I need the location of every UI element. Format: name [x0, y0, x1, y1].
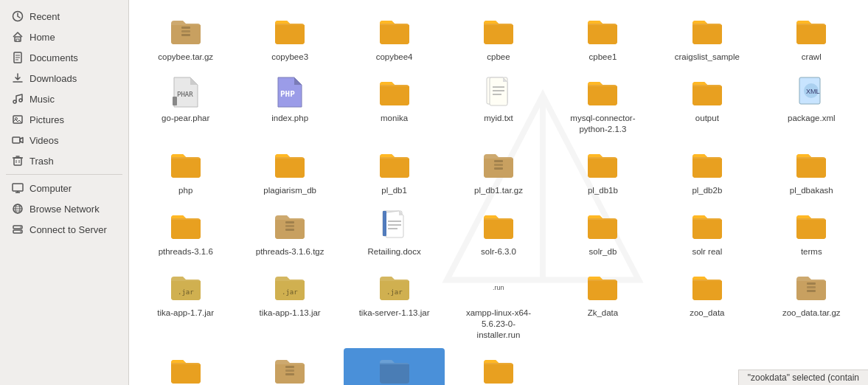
svg-text:PHP: PHP	[280, 89, 295, 99]
svg-text:PHAR: PHAR	[177, 91, 193, 98]
file-item[interactable]: solr-6.3.0	[448, 204, 549, 262]
file-name: monika	[381, 113, 408, 124]
file-item[interactable]: zookdata	[344, 348, 445, 386]
folder-icon	[168, 147, 204, 182]
file-item[interactable]: PHAR go-pear.phar	[135, 70, 236, 128]
sidebar-item-home[interactable]: Home	[3, 27, 125, 46]
file-item[interactable]: .run xampp-linux-x64-5.6.23-0-installer.…	[448, 265, 549, 345]
archive-icon	[272, 208, 308, 243]
file-item[interactable]: terms	[761, 204, 862, 262]
file-item[interactable]: output	[656, 70, 757, 128]
sidebar-item-videos[interactable]: Videos	[3, 131, 125, 150]
sidebar-item-connect-server[interactable]: Connect to Server	[3, 220, 125, 239]
svg-rect-33	[181, 34, 190, 36]
sidebar-item-music[interactable]: Music	[3, 89, 125, 108]
trash-icon	[12, 155, 24, 167]
file-item[interactable]: Retailing.docx	[344, 204, 445, 262]
sidebar-item-label: Connect to Server	[29, 224, 107, 235]
folder-icon	[272, 13, 308, 49]
videos-icon	[12, 134, 24, 146]
sidebar-item-label: Home	[29, 32, 55, 43]
file-item[interactable]: php	[135, 142, 236, 201]
file-item[interactable]: zook1.tar.gz	[239, 348, 340, 386]
file-item[interactable]: mysql-connector-python-2.1.3	[552, 70, 653, 139]
sidebar-item-trash[interactable]: Trash	[3, 151, 125, 170]
php-icon: PHP	[272, 74, 308, 110]
file-item[interactable]: pthreads-3.1.6.tgz	[239, 204, 340, 262]
file-item[interactable]: copybee.tar.gz	[135, 9, 236, 67]
svg-rect-47	[494, 164, 503, 166]
svg-rect-49	[285, 221, 294, 223]
file-item[interactable]: pthreads-3.1.6	[135, 204, 236, 262]
svg-point-8	[13, 100, 16, 103]
file-item[interactable]: .jar tika-app-1.13.jar	[239, 265, 340, 323]
sidebar-item-computer[interactable]: Computer	[3, 178, 125, 198]
archive-icon	[481, 147, 516, 182]
folder-icon	[481, 13, 516, 49]
file-item[interactable]: cpbee1	[552, 9, 653, 67]
svg-text:.jar: .jar	[386, 288, 403, 296]
folder-icon	[690, 208, 725, 243]
file-item[interactable]: plagiarism_db	[239, 142, 340, 201]
file-item[interactable]: craigslist_sample	[656, 9, 757, 67]
folder-icon	[690, 269, 725, 305]
file-item[interactable]: zookeeper	[448, 348, 549, 386]
svg-text:XML: XML	[806, 88, 820, 95]
folder-icon	[794, 13, 829, 49]
file-item[interactable]: monika	[344, 70, 445, 128]
svg-rect-32	[181, 30, 190, 32]
file-item[interactable]: pl_db1b	[552, 142, 653, 201]
file-name: plagiarism_db	[263, 185, 316, 196]
sidebar-item-documents[interactable]: Documents	[3, 48, 125, 67]
file-name: copybee3	[271, 52, 308, 63]
file-item[interactable]: crawl	[761, 9, 862, 67]
file-item[interactable]: pl_db2b	[656, 142, 757, 201]
file-name: tika-app-1.13.jar	[260, 308, 321, 319]
pictures-icon	[12, 114, 24, 125]
file-item[interactable]: .jar tika-server-1.13.jar	[344, 265, 445, 323]
home-icon	[12, 31, 24, 43]
sidebar-item-browse-network[interactable]: Browse Network	[3, 199, 125, 218]
file-item[interactable]: solr real	[656, 204, 757, 262]
network-icon	[12, 203, 24, 215]
file-item[interactable]: cpbee	[448, 9, 549, 67]
file-item[interactable]: copybee4	[344, 9, 445, 67]
file-item[interactable]: copybee3	[239, 9, 340, 67]
sidebar-item-recent[interactable]: Recent	[3, 7, 125, 26]
file-name: output	[695, 113, 719, 124]
file-item[interactable]: zoo_data	[656, 265, 757, 323]
svg-rect-67	[285, 370, 294, 372]
file-item[interactable]: Zk_data	[552, 265, 653, 323]
file-item[interactable]: solr_db	[552, 204, 653, 262]
file-item[interactable]: pl_dbakash	[761, 142, 862, 201]
file-name: zoo_data.tar.gz	[782, 308, 841, 319]
file-item[interactable]: pl_db1	[344, 142, 445, 201]
sidebar-item-label: Music	[29, 94, 55, 105]
folder-icon	[794, 208, 829, 243]
file-name: pl_db2b	[692, 185, 722, 196]
file-name: solr_db	[589, 246, 617, 257]
folder-icon	[272, 147, 308, 182]
file-item[interactable]: .jar tika-app-1.7.jar	[135, 265, 236, 323]
file-item[interactable]: PHP index.php	[239, 70, 340, 128]
svg-rect-68	[285, 373, 294, 375]
sidebar-item-pictures[interactable]: Pictures	[3, 110, 125, 129]
documents-icon	[12, 52, 24, 63]
folder-selected-icon	[377, 353, 412, 386]
file-name: pl_db1	[381, 185, 407, 196]
sidebar-item-label: Browse Network	[29, 204, 100, 215]
file-item[interactable]: XML package.xml	[761, 70, 862, 128]
svg-rect-51	[285, 229, 294, 231]
file-item[interactable]: pl_db1.tar.gz	[448, 142, 549, 201]
sidebar-item-downloads[interactable]: Downloads	[3, 69, 125, 88]
file-name: Retailing.docx	[367, 246, 420, 257]
file-item[interactable]: zook	[135, 348, 236, 386]
svg-rect-64	[807, 286, 816, 288]
file-name: php	[178, 185, 192, 196]
sidebar-item-label: Videos	[29, 135, 59, 146]
svg-rect-31	[181, 27, 190, 29]
svg-rect-48	[494, 167, 503, 170]
file-item[interactable]: zoo_data.tar.gz	[761, 265, 862, 323]
svg-rect-13	[14, 158, 21, 165]
file-item[interactable]: myid.txt	[448, 70, 549, 128]
